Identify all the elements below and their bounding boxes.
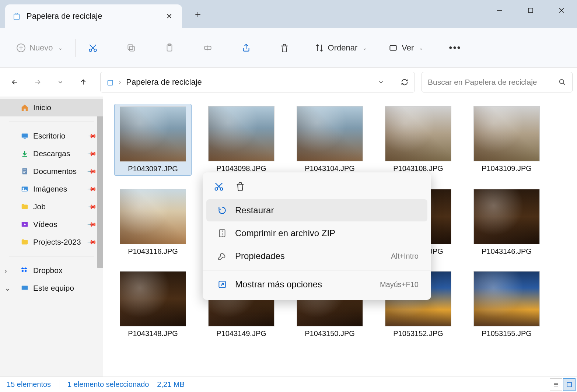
file-name: P1043108.JPG <box>393 164 443 173</box>
thumbnails-view-button[interactable] <box>563 378 576 391</box>
sidebar-item-descargas[interactable]: Descargas📌 <box>0 145 103 162</box>
forward-button[interactable] <box>27 72 48 92</box>
svg-point-29 <box>23 188 24 189</box>
sidebar-dropbox-label: Dropbox <box>33 266 62 275</box>
details-view-button[interactable] <box>550 378 562 391</box>
sidebar-item-label: Escritorio <box>33 132 66 140</box>
rename-button[interactable] <box>198 39 218 56</box>
sidebar: Inicio Escritorio📌Descargas📌Documentos📌I… <box>0 97 103 377</box>
sidebar-item-imágenes[interactable]: Imágenes📌 <box>0 180 103 198</box>
folder-icon <box>21 203 29 211</box>
folder-icon <box>21 238 29 246</box>
sidebar-home[interactable]: Inicio <box>0 99 103 116</box>
active-tab[interactable]: Papelera de reciclaje ✕ <box>5 4 182 28</box>
delete-button[interactable] <box>274 39 294 56</box>
ctx-delete-button[interactable] <box>235 181 245 192</box>
file-name: P1043109.JPG <box>482 164 532 173</box>
sidebar-item-escritorio[interactable]: Escritorio📌 <box>0 127 103 145</box>
clipboard-icon <box>165 43 174 53</box>
context-menu: Restaurar Comprimir en archivo ZIP Propi… <box>203 172 431 300</box>
file-item[interactable]: P1043148.JPG <box>114 269 192 340</box>
sidebar-thispc[interactable]: ⌄ Este equipo <box>0 279 103 297</box>
ctx-restore[interactable]: Restaurar <box>206 199 427 221</box>
arrow-up-icon <box>79 78 87 86</box>
back-button[interactable] <box>4 72 25 92</box>
file-item[interactable]: P1043109.JPG <box>468 104 545 176</box>
sidebar-item-documentos[interactable]: Documentos📌 <box>0 162 103 180</box>
svg-rect-19 <box>108 80 112 85</box>
file-name: P1043148.JPG <box>128 329 178 338</box>
maximize-button[interactable] <box>515 0 546 21</box>
paste-button[interactable] <box>160 39 179 56</box>
file-name: P1043097.JPG <box>128 165 178 173</box>
sidebar-item-vídeos[interactable]: Vídeos📌 <box>0 216 103 233</box>
file-item[interactable]: P1043098.JPG <box>203 104 280 176</box>
recent-button[interactable] <box>50 72 71 92</box>
thumbnail <box>120 106 186 162</box>
search-box[interactable] <box>422 72 573 92</box>
file-item[interactable]: P1043146.JPG <box>468 187 545 258</box>
sidebar-item-job[interactable]: Job📌 <box>0 198 103 216</box>
status-bar: 15 elementos 1 elemento seleccionado 2,2… <box>0 377 577 392</box>
ctx-zip[interactable]: Comprimir en archivo ZIP <box>206 222 427 244</box>
file-item[interactable]: P1043108.JPG <box>380 104 457 176</box>
toolbar: Nuevo ⌄ Ordenar ⌄ Ver ⌄ ••• <box>0 28 577 68</box>
expand-icon[interactable]: ⌄ <box>4 284 11 293</box>
more-button[interactable]: ••• <box>444 38 466 57</box>
view-button[interactable]: Ver ⌄ <box>383 39 429 56</box>
share-button[interactable] <box>236 39 256 56</box>
restore-icon <box>217 206 227 215</box>
file-item[interactable]: P1043104.JPG <box>291 104 368 176</box>
desktop-icon <box>21 132 29 140</box>
ctx-properties[interactable]: Propiedades Alt+Intro <box>206 245 427 267</box>
search-icon <box>558 78 566 86</box>
address-chevron[interactable] <box>378 79 384 85</box>
minimize-button[interactable] <box>484 0 515 21</box>
doc-icon <box>21 167 29 175</box>
sort-label: Ordenar <box>328 43 358 53</box>
file-item[interactable]: P1043097.JPG <box>114 104 192 176</box>
cut-button[interactable] <box>83 39 103 56</box>
svg-rect-42 <box>567 382 571 387</box>
pin-icon: 📌 <box>87 131 97 141</box>
svg-rect-25 <box>23 169 26 170</box>
sort-icon <box>315 43 324 53</box>
close-tab-button[interactable]: ✕ <box>164 10 175 23</box>
separator <box>436 39 436 57</box>
thumbnail <box>208 106 274 161</box>
file-name: P1053155.JPG <box>482 329 532 338</box>
separator <box>302 39 302 57</box>
pin-icon: 📌 <box>87 184 97 194</box>
rename-icon <box>203 43 213 53</box>
ctx-cut-button[interactable] <box>214 181 224 192</box>
pin-icon: 📌 <box>87 237 97 247</box>
separator <box>9 256 94 256</box>
new-tab-button[interactable]: ＋ <box>193 8 203 21</box>
refresh-button[interactable] <box>401 78 409 86</box>
breadcrumb-separator: › <box>119 79 121 85</box>
search-input[interactable] <box>428 78 558 87</box>
more-icon <box>217 280 227 289</box>
thumbnail <box>297 106 363 161</box>
new-button[interactable]: Nuevo ⌄ <box>11 39 68 56</box>
file-item[interactable]: P1043116.JPG <box>114 187 192 258</box>
sort-button[interactable]: Ordenar ⌄ <box>310 39 373 56</box>
chevron-down-icon: ⌄ <box>58 45 63 51</box>
sidebar-item-label: Vídeos <box>33 220 57 229</box>
up-button[interactable] <box>73 72 94 92</box>
new-label: Nuevo <box>29 43 53 53</box>
ctx-properties-label: Propiedades <box>235 251 285 261</box>
address-bar[interactable]: › Papelera de reciclaje <box>100 72 415 92</box>
status-selection: 1 elemento seleccionado <box>67 380 149 389</box>
ctx-more[interactable]: Mostrar más opciones Mayús+F10 <box>206 273 427 295</box>
sidebar-dropbox[interactable]: › Dropbox <box>0 262 103 279</box>
copy-button[interactable] <box>121 39 141 56</box>
thumbnail <box>473 271 540 326</box>
ctx-properties-shortcut: Alt+Intro <box>391 252 419 260</box>
file-item[interactable]: P1053155.JPG <box>468 269 545 340</box>
pin-icon: 📌 <box>87 148 97 159</box>
svg-rect-27 <box>23 172 25 173</box>
expand-icon[interactable]: › <box>4 266 7 275</box>
sidebar-item-projects-2023[interactable]: Projects-2023📌 <box>0 233 103 251</box>
close-window-button[interactable] <box>546 0 577 21</box>
